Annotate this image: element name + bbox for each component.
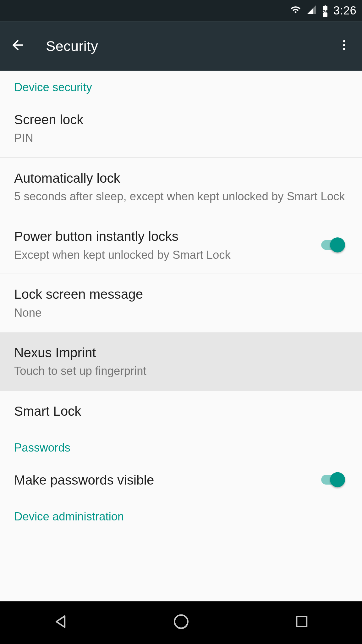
circle-home-icon [172,613,190,632]
svg-point-2 [343,44,345,46]
item-nexus-imprint[interactable]: Nexus Imprint Touch to set up fingerprin… [0,333,362,391]
wifi-icon [289,4,302,17]
nav-recents-button[interactable] [288,609,315,636]
app-bar: Security [0,21,362,70]
item-subtitle: None [14,306,348,321]
item-title: Make passwords visible [14,471,312,489]
page-title: Security [46,38,333,54]
triangle-back-icon [52,613,69,632]
toggle-passwords-visible[interactable] [321,475,344,485]
item-subtitle: Except when kept unlocked by Smart Lock [14,247,312,263]
item-subtitle: 5 seconds after sleep, except when kept … [14,189,348,204]
battery-icon: 76 [321,5,330,16]
svg-point-3 [343,48,345,50]
battery-percent-text: 76 [323,8,328,14]
section-header-device-admin: Device administration [0,500,362,529]
overflow-menu-button[interactable] [334,35,355,56]
svg-point-1 [343,40,345,42]
item-subtitle: Touch to set up fingerprint [14,364,348,379]
section-header-device-security: Device security [0,71,362,99]
toggle-power-button-lock[interactable] [321,240,344,250]
item-screen-lock[interactable]: Screen lock PIN [0,99,362,157]
section-header-passwords: Passwords [0,431,362,460]
item-lock-screen-message[interactable]: Lock screen message None [0,274,362,332]
item-title: Lock screen message [14,286,348,303]
item-title: Nexus Imprint [14,344,348,361]
square-recents-icon [294,614,309,631]
back-button[interactable] [7,35,28,56]
item-title: Smart Lock [14,402,348,419]
nav-home-button[interactable] [168,609,194,636]
item-title: Power button instantly locks [14,228,312,245]
item-automatically-lock[interactable]: Automatically lock 5 seconds after sleep… [0,158,362,216]
item-smart-lock[interactable]: Smart Lock [0,391,362,431]
arrow-back-icon [10,37,26,55]
settings-list: Device security Screen lock PIN Automati… [0,71,362,601]
signal-icon [306,4,318,17]
item-title: Automatically lock [14,169,348,186]
status-bar: 76 3:26 [0,0,362,21]
item-title: Screen lock [14,111,348,128]
item-make-passwords-visible[interactable]: Make passwords visible [0,460,362,500]
item-power-button-lock[interactable]: Power button instantly locks Except when… [0,216,362,274]
item-subtitle: PIN [14,131,348,146]
navigation-bar [0,601,362,644]
status-time: 3:26 [333,4,357,18]
more-vert-icon [337,38,351,53]
nav-back-button[interactable] [47,609,74,636]
svg-rect-5 [297,617,307,627]
svg-point-4 [174,615,188,628]
